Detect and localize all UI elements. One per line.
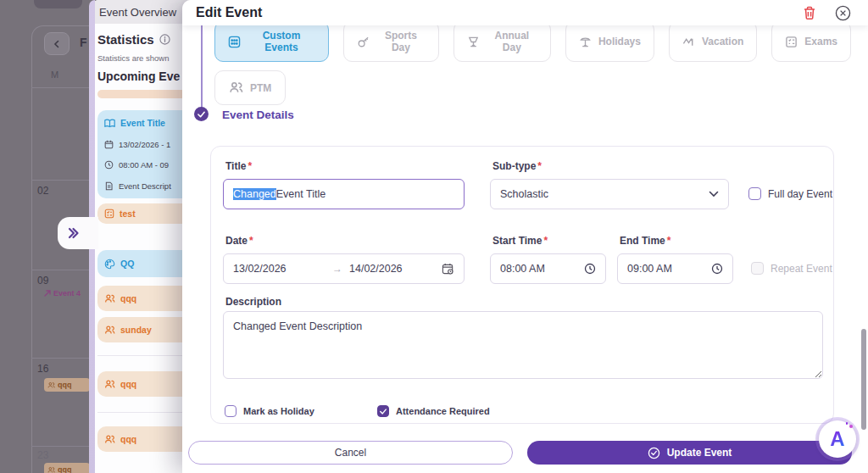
delete-event-button[interactable] bbox=[803, 6, 816, 20]
full-day-label: Full day Event bbox=[768, 188, 832, 200]
end-time-label: End Time* bbox=[620, 235, 670, 247]
calendar-event-chip[interactable]: qqq bbox=[44, 463, 90, 473]
people-icon bbox=[47, 466, 55, 473]
document-icon bbox=[104, 181, 114, 191]
calendar-date-cell[interactable]: 23 bbox=[37, 449, 48, 461]
cancel-button[interactable]: Cancel bbox=[188, 441, 513, 465]
trash-icon bbox=[803, 6, 816, 20]
event-type-exams[interactable]: Exams bbox=[771, 21, 851, 62]
grid-calendar-icon bbox=[228, 36, 241, 48]
parasol-icon bbox=[579, 36, 592, 48]
drawer-collapse-button[interactable] bbox=[58, 217, 98, 249]
repeat-event-label: Repeat Event bbox=[771, 263, 832, 275]
event-card-date: 13/02/2026 - 1 bbox=[119, 140, 170, 149]
date-end-value: 14/02/2026 bbox=[349, 263, 403, 275]
calendar-event-label: qqq bbox=[58, 381, 72, 389]
event-card-label: sunday bbox=[120, 325, 152, 335]
required-asterisk: * bbox=[248, 160, 252, 172]
calendar-clock-icon[interactable] bbox=[442, 263, 454, 275]
event-type-holidays[interactable]: Holidays bbox=[565, 21, 654, 62]
stepper-line bbox=[201, 25, 203, 108]
event-type-label: Sports Day bbox=[376, 30, 426, 53]
calendar-date-cell[interactable]: 16 bbox=[37, 363, 48, 375]
calendar-date-cell[interactable]: 02 bbox=[37, 185, 48, 197]
event-type-label: Vacation bbox=[702, 36, 743, 47]
assistant-logo[interactable]: A bbox=[819, 420, 856, 458]
start-time-input[interactable]: 08:00 AM bbox=[490, 253, 606, 284]
clipboard-list-icon bbox=[785, 36, 798, 48]
attendance-checkbox-row[interactable]: Attendance Required bbox=[377, 405, 490, 417]
close-modal-button[interactable] bbox=[835, 5, 851, 21]
event-type-label: PTM bbox=[250, 82, 271, 94]
required-asterisk: * bbox=[249, 235, 253, 247]
full-day-checkbox[interactable] bbox=[748, 187, 761, 200]
end-time-input[interactable]: 09:00 AM bbox=[617, 253, 733, 284]
update-event-button[interactable]: Update Event bbox=[527, 441, 852, 465]
date-range-arrow: → bbox=[332, 263, 342, 275]
required-asterisk: * bbox=[543, 235, 548, 247]
selected-text: Changed bbox=[233, 188, 276, 200]
people-icon bbox=[104, 325, 115, 336]
event-type-selector: Custom Events Sports Day Annual Day Holi… bbox=[214, 21, 851, 105]
calendar-back-button[interactable] bbox=[44, 32, 70, 55]
book-icon bbox=[104, 119, 115, 128]
repeat-event-checkbox bbox=[751, 262, 764, 275]
event-type-label: Annual Day bbox=[487, 30, 537, 53]
title-input[interactable]: Changed Event Title bbox=[223, 179, 465, 209]
calendar-panel-edge bbox=[31, 25, 97, 473]
event-type-vacation[interactable]: Vacation bbox=[669, 21, 757, 62]
description-label: Description bbox=[225, 296, 281, 308]
start-time-value: 08:00 AM bbox=[500, 263, 545, 275]
calendar-icon bbox=[104, 140, 114, 149]
description-textarea[interactable]: Changed Event Description bbox=[223, 311, 823, 379]
event-type-label: Holidays bbox=[598, 36, 641, 47]
attendance-label: Attendance Required bbox=[396, 406, 490, 416]
event-card-time: 08:00 AM - 09 bbox=[119, 160, 169, 170]
event-details-form: Title* Changed Event Title Sub-type* Sch… bbox=[210, 146, 834, 424]
event-card-label: qqq bbox=[120, 379, 136, 389]
subtype-select[interactable]: Scholastic bbox=[490, 179, 729, 209]
update-event-label: Update Event bbox=[667, 447, 732, 459]
calendar-grid-line bbox=[31, 270, 93, 270]
date-label: Date* bbox=[225, 235, 253, 247]
event-card-title: Event Title bbox=[120, 118, 165, 128]
event-type-label: Custom Events bbox=[248, 30, 315, 53]
clock-icon[interactable] bbox=[711, 263, 723, 275]
info-icon[interactable] bbox=[159, 34, 170, 45]
people-icon bbox=[229, 81, 243, 95]
calendar-date-cell[interactable]: 09 bbox=[37, 275, 48, 287]
people-icon bbox=[104, 434, 115, 445]
subtype-value: Scholastic bbox=[500, 188, 548, 200]
people-icon bbox=[104, 379, 115, 390]
clock-icon[interactable] bbox=[584, 263, 596, 275]
mark-holiday-checkbox-row[interactable]: Mark as Holiday bbox=[225, 405, 314, 417]
cancel-label: Cancel bbox=[335, 447, 366, 459]
required-asterisk: * bbox=[537, 160, 542, 172]
full-day-checkbox-row[interactable]: Full day Event bbox=[748, 187, 832, 200]
double-chevron-right-icon bbox=[66, 226, 80, 240]
arrow-up-right-icon bbox=[44, 290, 51, 297]
calendar-month-label: F bbox=[80, 36, 87, 49]
calendar-event-label: qqq bbox=[58, 465, 72, 473]
event-type-custom-events[interactable]: Custom Events bbox=[214, 21, 329, 62]
end-time-value: 09:00 AM bbox=[627, 263, 672, 275]
required-asterisk: * bbox=[667, 235, 671, 247]
scrollbar-thumb[interactable] bbox=[861, 329, 866, 430]
drawer-title: Event Overview bbox=[99, 6, 176, 19]
event-card-description: Event Descript bbox=[119, 181, 171, 191]
calendar-event-chip[interactable]: qqq bbox=[44, 378, 90, 392]
date-range-input[interactable]: 13/02/2026 → 14/02/2026 bbox=[223, 253, 465, 284]
mark-holiday-label: Mark as Holiday bbox=[243, 406, 314, 416]
event-type-ptm[interactable]: PTM bbox=[214, 70, 286, 105]
mark-holiday-checkbox[interactable] bbox=[225, 405, 236, 417]
chevron-left-icon bbox=[53, 40, 61, 48]
chevron-down-icon bbox=[709, 191, 719, 198]
event-type-annual-day[interactable]: Annual Day bbox=[453, 21, 551, 62]
calendar-event-chip[interactable]: Event 4 bbox=[44, 289, 81, 298]
date-start-value: 13/02/2026 bbox=[233, 263, 287, 275]
title-label: Title* bbox=[225, 160, 252, 172]
people-icon bbox=[47, 381, 55, 389]
event-type-sports-day[interactable]: Sports Day bbox=[343, 21, 439, 62]
attendance-checkbox[interactable] bbox=[377, 405, 389, 417]
calendar-event-label: Event 4 bbox=[53, 289, 81, 298]
